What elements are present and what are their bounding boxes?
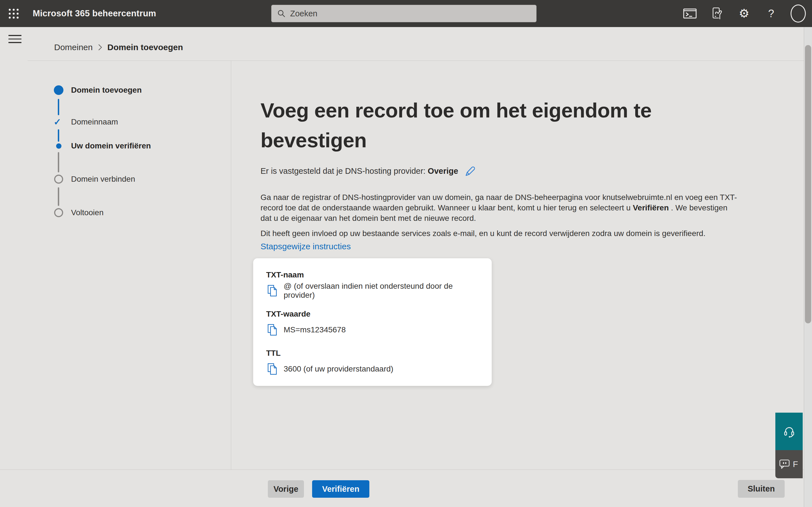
feedback-label-partial: F [793, 459, 798, 469]
verify-button[interactable]: Verifiëren [312, 480, 369, 498]
gear-icon: ⚙ [739, 8, 749, 19]
txt-record-card: TXT-naam @ (of overslaan indien niet ond… [253, 258, 492, 386]
search-input[interactable] [271, 5, 537, 22]
breadcrumb: Domeinen Domein toevoegen [54, 42, 183, 53]
copy-icon [267, 324, 277, 336]
p1-verify-bold: Verifiëren [633, 203, 669, 212]
footer-divider [0, 469, 804, 470]
headset-icon [783, 425, 796, 438]
speech-bubble-icon [779, 459, 790, 469]
wizard-step-domein-verbinden: Domein verbinden [71, 174, 135, 184]
avatar [791, 4, 806, 22]
txt-value-value: MS=ms12345678 [284, 325, 346, 334]
dns-provider-line: Er is vastgesteld dat je DNS-hosting pro… [260, 165, 476, 177]
step-marker-current-dot [56, 144, 61, 149]
copy-txt-value-button[interactable] [267, 324, 277, 336]
record-label-ttl: TTL [266, 348, 480, 358]
edit-provider-button[interactable] [463, 165, 476, 177]
wizard-divider [231, 61, 231, 469]
step-connector [58, 99, 59, 115]
record-row-txt-name: @ (of overslaan indien niet ondersteund … [267, 284, 480, 297]
wizard-step-domein-toevoegen: Domein toevoegen [71, 86, 142, 95]
copy-icon [267, 363, 277, 375]
step-connector [58, 129, 59, 142]
record-label-txt-value: TXT-waarde [266, 309, 480, 319]
previous-button[interactable]: Vorige [268, 480, 304, 498]
record-row-ttl: 3600 (of uw providerstandaard) [267, 363, 480, 375]
send-feedback-button[interactable] [708, 4, 726, 23]
step-connector [58, 187, 59, 206]
record-row-txt-value: MS=ms12345678 [267, 324, 480, 336]
page: Microsoft 365 beheercentrum [0, 0, 812, 507]
wizard-step-domeinnaam: Domeinnaam [71, 117, 118, 127]
breadcrumb-domains-link[interactable]: Domeinen [54, 43, 93, 52]
copy-icon [267, 284, 277, 297]
provider-prefix: Er is vastgesteld dat je DNS-hosting pro… [260, 166, 425, 176]
step-marker-empty-circle [54, 175, 63, 184]
help-button[interactable]: ? [762, 4, 780, 23]
step-marker-filled-large [54, 86, 63, 95]
step-by-step-instructions-link[interactable]: Stapsgewijze instructies [260, 242, 351, 251]
waffle-icon [9, 9, 18, 18]
txt-name-value: @ (of overslaan indien niet ondersteund … [284, 282, 480, 300]
question-mark-icon: ? [768, 8, 774, 20]
wizard-step-voltooien: Voltooien [71, 208, 103, 217]
copy-ttl-button[interactable] [267, 363, 277, 375]
ttl-value: 3600 (of uw providerstandaard) [284, 364, 393, 374]
step-connector [58, 152, 59, 172]
search-box [271, 5, 537, 22]
step-check-icon: ✓ [54, 117, 61, 127]
page-hand-icon [711, 7, 723, 20]
support-button[interactable] [775, 413, 803, 450]
topbar: Microsoft 365 beheercentrum [0, 0, 812, 27]
cli-terminal-button[interactable] [680, 4, 699, 23]
terminal-icon [683, 8, 697, 19]
app-title: Microsoft 365 beheercentrum [33, 0, 156, 27]
no-impact-paragraph: Dit heeft geen invloed op uw bestaande s… [260, 228, 740, 238]
chevron-right-icon [98, 43, 102, 51]
record-label-txt-name: TXT-naam [266, 270, 480, 280]
close-button[interactable]: Sluiten [738, 480, 784, 498]
feedback-button[interactable]: F [775, 450, 803, 478]
settings-button[interactable]: ⚙ [735, 4, 753, 23]
nav-menu-toggle[interactable] [8, 35, 22, 45]
scrollbar-thumb[interactable] [805, 45, 811, 323]
breadcrumb-current: Domein toevoegen [107, 43, 183, 52]
wizard-step-uw-domein-verifieren: Uw domein verifiëren [71, 141, 151, 151]
app-launcher-button[interactable] [4, 4, 23, 23]
pencil-icon [463, 165, 476, 177]
page-title: Voeg een record toe om het eigendom te b… [260, 96, 723, 155]
search-icon [277, 10, 285, 17]
account-button[interactable] [789, 4, 808, 23]
step-marker-empty-circle [54, 208, 63, 217]
instructions-paragraph: Ga naar de registrar of DNS-hostingprovi… [260, 192, 740, 223]
copy-txt-name-button[interactable] [267, 284, 277, 297]
provider-value: Overige [428, 166, 458, 176]
topbar-actions: ⚙ ? [680, 0, 808, 27]
